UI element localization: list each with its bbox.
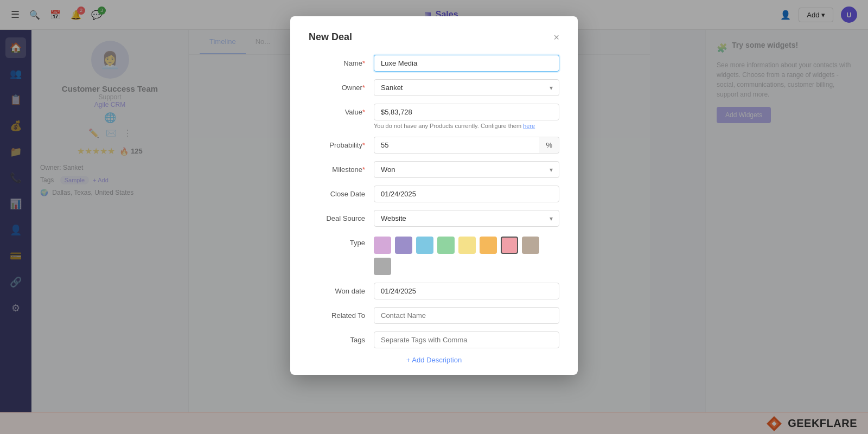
new-deal-modal: New Deal × Name* Owner* Sanket Value* Yo…: [290, 16, 578, 375]
probability-control: %: [374, 137, 559, 154]
color-swatch-gray[interactable]: [374, 258, 391, 275]
related-to-control: [374, 307, 559, 324]
related-to-input[interactable]: [374, 307, 559, 324]
owner-label: Owner*: [309, 79, 374, 92]
deal-source-control: Website Email Phone Other: [374, 210, 559, 227]
modal-title: New Deal: [309, 31, 352, 43]
close-date-control: [374, 186, 559, 202]
tags-control: [374, 331, 559, 348]
tags-field-row: Tags: [309, 331, 559, 348]
color-swatch-orange[interactable]: [480, 237, 497, 254]
owner-control: Sanket: [374, 79, 559, 96]
probability-input[interactable]: [374, 137, 539, 154]
close-date-label: Close Date: [309, 186, 374, 198]
color-swatches: [374, 234, 559, 275]
tags-input[interactable]: [374, 331, 559, 348]
color-swatch-tan[interactable]: [522, 237, 539, 254]
close-date-field-row: Close Date: [309, 186, 559, 202]
modal-header: New Deal ×: [309, 31, 559, 43]
type-field-row: Type: [309, 234, 559, 275]
name-input[interactable]: [374, 55, 559, 72]
related-to-label: Related To: [309, 307, 374, 320]
name-control: [374, 55, 559, 72]
name-label: Name*: [309, 55, 374, 67]
value-input[interactable]: [374, 104, 559, 120]
close-date-input[interactable]: [374, 186, 559, 202]
owner-select[interactable]: Sanket: [374, 79, 559, 96]
milestone-field-row: Milestone* Won Lost Open: [309, 161, 559, 178]
won-date-label: Won date: [309, 283, 374, 295]
modal-close-button[interactable]: ×: [553, 33, 559, 42]
configure-link[interactable]: here: [523, 123, 535, 129]
probability-field-row: Probability* %: [309, 137, 559, 154]
milestone-control: Won Lost Open: [374, 161, 559, 178]
deal-source-field-row: Deal Source Website Email Phone Other: [309, 210, 559, 227]
add-description-button[interactable]: + Add Description: [309, 356, 559, 364]
name-field-row: Name*: [309, 55, 559, 72]
color-swatch-purple-light[interactable]: [374, 237, 391, 254]
color-swatch-pink[interactable]: [501, 237, 518, 254]
probability-label: Probability*: [309, 137, 374, 149]
value-field-row: Value* You do not have any Products curr…: [309, 104, 559, 129]
deal-source-label: Deal Source: [309, 210, 374, 222]
type-label: Type: [309, 234, 374, 247]
probability-addon: %: [539, 137, 559, 154]
color-swatch-green[interactable]: [437, 237, 455, 254]
value-hint: You do not have any Products currently. …: [374, 123, 559, 129]
value-control: You do not have any Products currently. …: [374, 104, 559, 129]
color-swatch-yellow[interactable]: [458, 237, 476, 254]
milestone-select[interactable]: Won Lost Open: [374, 161, 559, 178]
color-swatch-purple[interactable]: [395, 237, 412, 254]
deal-source-select[interactable]: Website Email Phone Other: [374, 210, 559, 227]
color-swatch-blue[interactable]: [416, 237, 433, 254]
won-date-input[interactable]: [374, 283, 559, 299]
won-date-control: [374, 283, 559, 299]
value-label: Value*: [309, 104, 374, 116]
tags-label: Tags: [309, 331, 374, 344]
milestone-label: Milestone*: [309, 161, 374, 174]
type-control: [374, 234, 559, 275]
won-date-field-row: Won date: [309, 283, 559, 299]
owner-field-row: Owner* Sanket: [309, 79, 559, 96]
related-to-field-row: Related To: [309, 307, 559, 324]
